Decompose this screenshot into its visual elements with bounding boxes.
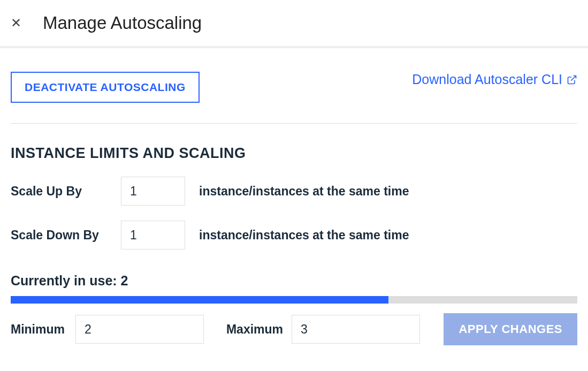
maximum-group: Maximum	[226, 315, 420, 344]
page-title: Manage Autoscaling	[43, 13, 202, 33]
content-area: DEACTIVATE AUTOSCALING Download Autoscal…	[0, 72, 588, 345]
download-cli-label: Download Autoscaler CLI	[412, 72, 562, 87]
limits-row: Minimum Maximum APPLY CHANGES	[11, 313, 577, 345]
download-autoscaler-cli-link[interactable]: Download Autoscaler CLI	[412, 72, 577, 87]
scale-up-suffix: instance/instances at the same time	[199, 184, 409, 199]
minimum-input[interactable]	[75, 315, 204, 344]
scale-down-suffix: instance/instances at the same time	[199, 228, 409, 243]
currently-in-use-label: Currently in use: 2	[11, 273, 577, 289]
top-actions-row: DEACTIVATE AUTOSCALING Download Autoscal…	[11, 72, 577, 103]
instance-range-slider[interactable]	[11, 296, 577, 304]
scale-up-label: Scale Up By	[11, 184, 107, 199]
maximum-label: Maximum	[226, 322, 283, 337]
close-icon[interactable]: ✕	[11, 17, 21, 29]
scale-down-input[interactable]	[121, 221, 185, 249]
header-bar: ✕ Manage Autoscaling	[0, 0, 588, 48]
currently-prefix: Currently in use:	[11, 273, 121, 288]
svg-line-0	[571, 75, 576, 80]
maximum-input[interactable]	[292, 315, 420, 344]
deactivate-autoscaling-button[interactable]: DEACTIVATE AUTOSCALING	[11, 72, 200, 103]
section-divider	[11, 123, 577, 124]
scale-down-label: Scale Down By	[11, 228, 107, 243]
scale-down-row: Scale Down By instance/instances at the …	[11, 221, 577, 249]
apply-changes-button[interactable]: APPLY CHANGES	[444, 313, 577, 345]
minimum-label: Minimum	[11, 322, 65, 337]
scale-up-row: Scale Up By instance/instances at the sa…	[11, 177, 577, 206]
currently-value: 2	[121, 273, 128, 288]
scale-up-input[interactable]	[121, 177, 185, 206]
section-title-instance-limits: INSTANCE LIMITS AND SCALING	[11, 145, 577, 162]
slider-fill	[11, 296, 388, 304]
external-link-icon	[567, 74, 577, 85]
